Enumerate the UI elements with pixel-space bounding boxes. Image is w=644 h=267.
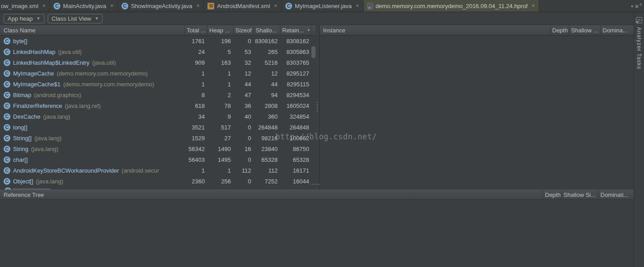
class-table-row[interactable]: C String (java.lang) 56342 1490 16 23840… <box>0 143 311 154</box>
editor-tab[interactable]: C ShowImageActivity.java × <box>118 0 204 12</box>
sizeof-value: 12 <box>233 70 253 77</box>
retained-size-value: 16044 <box>280 178 311 185</box>
sizeof-value: 0 <box>233 156 253 163</box>
class-table-row[interactable]: C AndroidKeyStoreBCWorkaroundProvider (a… <box>0 165 311 176</box>
class-name: Object[] <box>13 178 33 185</box>
class-icon: C <box>4 135 10 142</box>
class-table-row[interactable]: C LinkedHashMap (java.util) 24 5 53 265 … <box>0 46 311 57</box>
class-cell: C DexCache (java.lang) <box>0 113 185 120</box>
sizeof-value: 44 <box>233 81 253 88</box>
retained-size-value: 8303765 <box>280 59 311 66</box>
editor-tab[interactable]: C MyImageListener.java × <box>282 0 363 12</box>
total-count-value: 3521 <box>185 124 207 131</box>
reference-tree-title: Reference Tree <box>0 190 543 200</box>
shallow-size-value: 265 <box>253 49 280 55</box>
class-name: long[] <box>13 124 27 131</box>
shallow-size-value: 2808 <box>253 102 280 109</box>
menu-icon[interactable]: ≡ <box>635 3 639 9</box>
total-count-value: 1529 <box>185 135 207 142</box>
class-icon: C <box>54 3 60 9</box>
class-table-row[interactable]: C char[] 56403 1495 0 65328 65328 <box>0 154 311 165</box>
heap-selector-dropdown[interactable]: App heap ▼ <box>4 14 45 23</box>
class-table-header: Class Name Total ... Heap ... Sizeof Sha… <box>0 25 320 36</box>
column-header-retained[interactable]: Retain... ▾ <box>280 25 311 35</box>
class-icon: C <box>4 178 10 185</box>
editor-tab[interactable]: C MainActivity.java × <box>50 0 118 12</box>
editor-tab[interactable]: ow_image.xml × <box>0 0 50 12</box>
column-header-depth[interactable]: Depth <box>543 190 561 200</box>
close-icon[interactable]: × <box>42 3 45 9</box>
total-count-value: 1 <box>185 167 207 174</box>
vertical-splitter[interactable] <box>315 25 320 190</box>
editor-tab[interactable]: AndroidManifest.xml × <box>204 0 282 12</box>
class-icon: C <box>4 92 10 98</box>
class-package: (java.lang) <box>31 146 59 152</box>
chevron-down-icon[interactable]: ▾ <box>631 4 633 9</box>
class-icon: C <box>4 49 10 55</box>
class-table-row[interactable]: C MyImageCache$1 (demo.memory.com.memory… <box>0 79 311 89</box>
manifest-icon <box>207 3 214 9</box>
class-table-row[interactable]: C String[] (java.lang) 1529 27 0 98216 1… <box>0 133 311 143</box>
column-header-dominating[interactable]: Dominati... <box>598 190 634 200</box>
class-table-row[interactable]: C long[] 3521 517 0 264848 264848 <box>0 122 311 133</box>
class-table-row[interactable]: C FinalizerReference (java.lang.ref) 618… <box>0 100 311 111</box>
class-table-row[interactable]: C Bitmap (android.graphics) 8 2 47 94 82… <box>0 89 311 100</box>
retained-size-value: 8294534 <box>280 92 311 98</box>
close-icon[interactable]: × <box>110 3 113 9</box>
class-cell: C byte[] <box>0 38 185 44</box>
heap-count-value: 256 <box>207 178 233 185</box>
column-header-shallow[interactable]: Shallo... <box>253 25 280 35</box>
class-name: String <box>13 146 28 152</box>
class-icon: C <box>4 70 10 77</box>
view-selector-dropdown[interactable]: Class List View ▼ <box>48 14 103 23</box>
shallow-size-value: 44 <box>253 81 280 88</box>
tool-window-stripe: Analyzer Tasks <box>634 12 644 267</box>
class-table-row[interactable]: C Object[] (java.lang) 2360 256 0 7252 1… <box>0 176 311 187</box>
shallow-size-value: 5216 <box>253 59 280 66</box>
heap-count-value: 163 <box>207 59 233 66</box>
class-icon: C <box>4 113 10 120</box>
tab-overflow-controls: ▾ ≡ 4 <box>631 0 643 12</box>
retained-size-value: 8305863 <box>280 49 311 55</box>
total-count-value: 1 <box>185 70 207 77</box>
sizeof-value: 0 <box>233 178 253 185</box>
splitter-grip-icon[interactable] <box>317 102 318 112</box>
class-name: Bitmap <box>13 92 31 98</box>
column-header-shallow-size[interactable]: Shallow Si... <box>561 190 598 200</box>
close-icon[interactable]: × <box>531 3 535 9</box>
close-icon[interactable]: × <box>196 3 199 9</box>
close-icon[interactable]: × <box>274 3 277 9</box>
total-count-value: 56403 <box>185 156 207 163</box>
class-table-row[interactable]: C byte[] 1761 196 0 8308162 8308162 <box>0 36 311 46</box>
column-header-dominating[interactable]: Domina... <box>600 25 634 35</box>
column-header-sizeof[interactable]: Sizeof <box>233 25 253 35</box>
class-name: char[] <box>13 156 28 163</box>
scrollbar-thumb[interactable] <box>311 46 315 58</box>
editor-tab[interactable]: ↓ demo.memory.com.memorydemo_2016.09.04_… <box>364 0 540 12</box>
instance-title: Instance <box>320 25 550 35</box>
heap-count-value: 1490 <box>207 146 233 152</box>
tab-label: MainActivity.java <box>63 3 106 9</box>
column-header-class-name[interactable]: Class Name <box>0 25 185 35</box>
close-icon[interactable]: × <box>356 3 359 9</box>
column-header-heap[interactable]: Heap ... <box>207 25 233 35</box>
class-icon: C <box>4 102 10 109</box>
class-table-row[interactable]: C DexCache (java.lang) 34 9 40 360 32485… <box>0 111 311 122</box>
analyzer-tasks-tab[interactable]: Analyzer Tasks <box>636 17 642 69</box>
horizontal-splitter-grip[interactable] <box>310 184 320 185</box>
hprof-icon: ↓ <box>367 3 373 9</box>
total-count-value: 8 <box>185 92 207 98</box>
heap-count-value: 1 <box>207 81 233 88</box>
class-icon: C <box>4 156 10 163</box>
column-header-total[interactable]: Total ... <box>185 25 207 35</box>
class-icon: C <box>4 59 10 66</box>
analyzer-tasks-icon <box>636 17 642 23</box>
class-package: (java.util) <box>92 59 116 66</box>
shallow-size-value: 112 <box>253 167 280 174</box>
class-name: DexCache <box>13 113 41 120</box>
tab-label: ShowImageActivity.java <box>131 3 192 9</box>
class-table-row[interactable]: C MyImageCache (demo.memory.com.memoryde… <box>0 68 311 79</box>
column-header-shallow-size[interactable]: Shallow ... <box>569 25 600 35</box>
class-table-row[interactable]: C LinkedHashMap$LinkedEntry (java.util) … <box>0 57 311 68</box>
column-header-depth[interactable]: Depth <box>550 25 569 35</box>
